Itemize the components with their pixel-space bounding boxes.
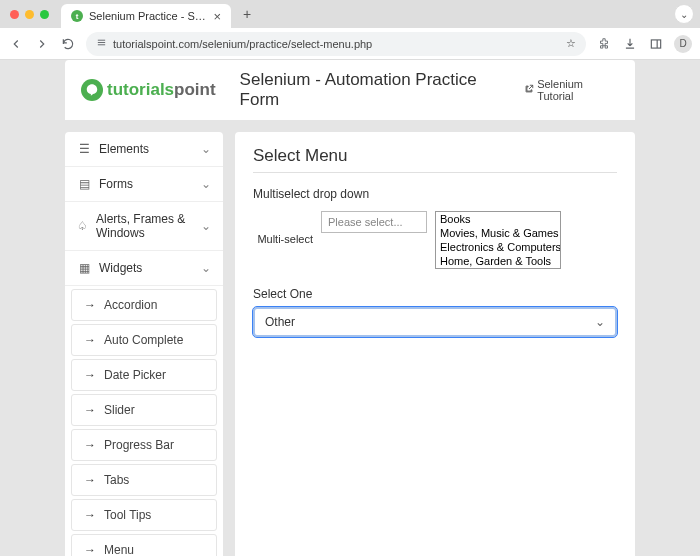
select-one-section: Select One Other ⌄ <box>253 287 617 337</box>
extensions-icon[interactable] <box>596 36 612 52</box>
multi-option-home[interactable]: Home, Garden & Tools <box>436 254 560 268</box>
sidebar-item-tooltips[interactable]: →Tool Tips <box>71 499 217 531</box>
sidebar-cat-widgets[interactable]: ▦ Widgets ⌄ <box>65 251 223 286</box>
select-one-dropdown[interactable]: Other ⌄ <box>253 307 617 337</box>
select-one-label: Select One <box>253 287 617 301</box>
content-row: ☰ Elements ⌄ ▤ Forms ⌄ ♤ Alerts, Frames … <box>65 120 635 556</box>
multiselect-row: Multi-select Please select... Books Movi… <box>253 211 617 269</box>
navigation-bar: tutorialspoint.com/selenium/practice/sel… <box>0 28 700 60</box>
select-one-value: Other <box>265 315 295 329</box>
bell-icon: ♤ <box>77 219 88 233</box>
tab-bar: t Selenium Practice - Select M × + ⌄ <box>0 0 700 28</box>
main-panel: Select Menu Multiselect drop down Multi-… <box>235 132 635 556</box>
forward-button[interactable] <box>34 36 50 52</box>
tab-favicon: t <box>71 10 83 22</box>
sidebar-item-datepicker[interactable]: →Date Picker <box>71 359 217 391</box>
arrow-right-icon: → <box>84 403 96 417</box>
chevron-down-icon: ⌄ <box>201 219 211 233</box>
sidebar-item-autocomplete[interactable]: →Auto Complete <box>71 324 217 356</box>
sidebar-item-accordion[interactable]: →Accordion <box>71 289 217 321</box>
side-panel-icon[interactable] <box>648 36 664 52</box>
download-icon[interactable] <box>622 36 638 52</box>
multi-option-electronics[interactable]: Electronics & Computers <box>436 240 560 254</box>
url-text: tutorialspoint.com/selenium/practice/sel… <box>113 38 372 50</box>
sidebar-item-slider[interactable]: →Slider <box>71 394 217 426</box>
chevron-down-icon: ⌄ <box>201 261 211 275</box>
sidebar-cat-elements[interactable]: ☰ Elements ⌄ <box>65 132 223 167</box>
maximize-window-button[interactable] <box>40 10 49 19</box>
external-link-icon <box>524 84 534 96</box>
close-window-button[interactable] <box>10 10 19 19</box>
arrow-right-icon: → <box>84 438 96 452</box>
svg-rect-0 <box>651 39 660 47</box>
multiselect-heading: Multiselect drop down <box>253 187 617 201</box>
sidebar-item-progressbar[interactable]: →Progress Bar <box>71 429 217 461</box>
chevron-down-icon: ⌄ <box>595 315 605 329</box>
multi-select-placeholder-input[interactable]: Please select... <box>321 211 427 233</box>
sidebar-item-tabs[interactable]: →Tabs <box>71 464 217 496</box>
site-settings-icon[interactable] <box>96 37 107 50</box>
list-icon: ☰ <box>77 142 91 156</box>
arrow-right-icon: → <box>84 543 96 556</box>
multi-select-label: Multi-select <box>253 211 313 245</box>
address-bar[interactable]: tutorialspoint.com/selenium/practice/sel… <box>86 32 586 56</box>
chevron-down-icon: ⌄ <box>201 177 211 191</box>
profile-avatar[interactable]: D <box>674 35 692 53</box>
logo-badge-icon <box>81 79 103 101</box>
browser-chrome: t Selenium Practice - Select M × + ⌄ tut… <box>0 0 700 60</box>
tab-title: Selenium Practice - Select M <box>89 10 207 22</box>
arrow-right-icon: → <box>84 368 96 382</box>
chevron-down-icon: ⌄ <box>201 142 211 156</box>
multi-select-listbox[interactable]: Books Movies, Music & Games Electronics … <box>435 211 561 269</box>
back-button[interactable] <box>8 36 24 52</box>
page-header: tutorialspoint Selenium - Automation Pra… <box>65 60 635 120</box>
close-tab-icon[interactable]: × <box>213 9 221 24</box>
form-icon: ▤ <box>77 177 91 191</box>
page-container: tutorialspoint Selenium - Automation Pra… <box>65 60 635 556</box>
selenium-tutorial-link[interactable]: Selenium Tutorial <box>524 78 619 102</box>
sidebar-item-menu[interactable]: →Menu <box>71 534 217 556</box>
multi-option-movies[interactable]: Movies, Music & Games <box>436 226 560 240</box>
chrome-expand-icon[interactable]: ⌄ <box>674 4 694 24</box>
arrow-right-icon: → <box>84 473 96 487</box>
page-viewport: tutorialspoint Selenium - Automation Pra… <box>0 60 700 556</box>
arrow-right-icon: → <box>84 298 96 312</box>
window-controls <box>10 10 49 19</box>
page-title: Selenium - Automation Practice Form <box>240 70 513 110</box>
new-tab-button[interactable]: + <box>237 4 257 24</box>
divider <box>253 172 617 173</box>
grid-icon: ▦ <box>77 261 91 275</box>
multi-option-books[interactable]: Books <box>436 212 560 226</box>
arrow-right-icon: → <box>84 508 96 522</box>
sidebar-cat-forms[interactable]: ▤ Forms ⌄ <box>65 167 223 202</box>
main-heading: Select Menu <box>253 146 617 166</box>
sidebar: ☰ Elements ⌄ ▤ Forms ⌄ ♤ Alerts, Frames … <box>65 132 223 556</box>
minimize-window-button[interactable] <box>25 10 34 19</box>
star-icon[interactable]: ☆ <box>566 37 576 50</box>
sidebar-cat-alerts[interactable]: ♤ Alerts, Frames & Windows ⌄ <box>65 202 223 251</box>
arrow-right-icon: → <box>84 333 96 347</box>
reload-button[interactable] <box>60 36 76 52</box>
logo[interactable]: tutorialspoint <box>81 79 216 101</box>
logo-text: tutorialspoint <box>107 80 216 100</box>
browser-tab[interactable]: t Selenium Practice - Select M × <box>61 4 231 28</box>
